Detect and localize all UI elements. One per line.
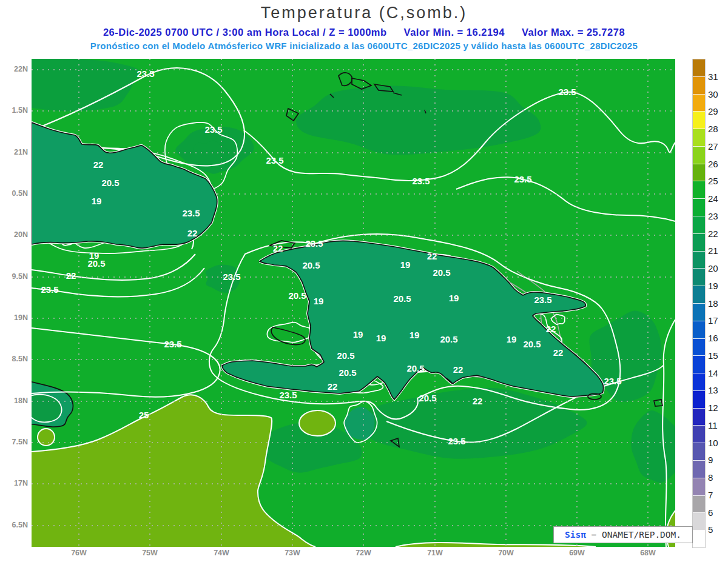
contour-label: 22 xyxy=(473,396,483,406)
colorbar-block xyxy=(693,461,705,478)
colorbar-block xyxy=(693,164,705,182)
colorbar-block xyxy=(693,373,705,391)
lon-label: 76W xyxy=(61,549,97,557)
colorbar-block xyxy=(693,426,705,443)
contour-label: 23.5 xyxy=(204,124,222,135)
colorbar-block xyxy=(693,409,705,426)
lat-label: 17N xyxy=(0,479,28,487)
contour-label: 22 xyxy=(66,270,76,281)
contour-label: 19 xyxy=(507,334,517,344)
colorbar-block xyxy=(693,129,705,147)
colorbar-number: 26 xyxy=(708,159,728,169)
contour-label: 22 xyxy=(453,364,463,375)
colorbar-block xyxy=(693,59,705,77)
contour-label: 23.5 xyxy=(604,376,621,386)
map-canvas: 23.523.523.523.523.523.52220.5191920.522… xyxy=(32,59,675,547)
lat-label: 1.5N xyxy=(0,106,28,115)
contour-label: 22 xyxy=(427,251,437,261)
colorbar-number: 16 xyxy=(708,333,728,343)
forecast-datetime-line: 26-Dic-2025 0700 UTC / 3:00 am Hora Loca… xyxy=(0,27,728,38)
lon-label: 69W xyxy=(559,549,595,557)
lat-label: 6.5N xyxy=(0,521,28,529)
lat-label: 22N xyxy=(0,65,28,73)
contour-label: 23.5 xyxy=(266,155,283,166)
contour-label: 20.5 xyxy=(288,290,306,301)
colorbar-block xyxy=(693,530,705,547)
colorbar-number: 20 xyxy=(708,263,728,273)
weather-map-screenshot: Temperatura (C,somb.) 26-Dic-2025 0700 U… xyxy=(0,0,728,562)
colorbar-block xyxy=(693,181,705,199)
colorbar-block xyxy=(693,234,705,252)
contour-label: 23.5 xyxy=(182,208,200,218)
lat-label: 7.5N xyxy=(0,438,28,446)
contour-label: 20.5 xyxy=(440,334,457,344)
colorbar-number: 30 xyxy=(708,89,728,99)
contour-label: 20.5 xyxy=(337,350,354,361)
colorbar-number: 9 xyxy=(708,455,728,465)
lon-label: 75W xyxy=(132,549,168,557)
contour-label: 23.5 xyxy=(41,284,58,295)
contour-label: 23.5 xyxy=(164,339,181,349)
lat-label: 19N xyxy=(0,313,28,322)
max-value-text: Valor Max. = 25.7278 xyxy=(522,27,625,38)
colorbar-number: 28 xyxy=(708,124,728,134)
colorbar-block xyxy=(693,513,705,530)
colorbar-block xyxy=(693,356,705,373)
lon-label: 73W xyxy=(274,549,311,557)
contour-label: 22 xyxy=(328,381,338,392)
contour-label: 22 xyxy=(553,347,564,358)
sispi-logo: Sisπ xyxy=(565,530,586,540)
lat-label: 21N xyxy=(0,148,28,156)
contour-label: 20.5 xyxy=(523,339,541,349)
colorbar-block xyxy=(693,216,705,234)
colorbar-block xyxy=(693,391,705,409)
colorbar-number: 19 xyxy=(708,281,728,291)
colorbar-number: 15 xyxy=(708,350,728,361)
temperature-colorbar xyxy=(692,59,706,548)
contour-label: 19 xyxy=(400,259,411,270)
colorbar-number: 29 xyxy=(708,106,728,116)
colorbar-block xyxy=(693,321,705,339)
lon-label: 70W xyxy=(488,549,524,557)
colorbar-number: 31 xyxy=(708,72,728,82)
contour-label: 20.5 xyxy=(339,367,356,378)
datetime-text: 26-Dic-2025 0700 UTC / 3:00 am Hora Loca… xyxy=(103,27,387,38)
colorbar-block xyxy=(693,147,705,164)
colorbar-block xyxy=(693,252,705,269)
colorbar-number: 22 xyxy=(708,229,728,239)
model-info-line: Pronóstico con el Modelo Atmósferico WRF… xyxy=(0,41,728,51)
contour-label: 23.5 xyxy=(412,176,430,186)
contour-label: 20.5 xyxy=(302,260,320,270)
page-title: Temperatura (C,somb.) xyxy=(0,4,728,22)
colorbar-number: 10 xyxy=(708,438,728,448)
contour-label: 20.5 xyxy=(406,363,424,373)
colorbar-number: 17 xyxy=(708,315,728,326)
contour-label: 22 xyxy=(546,324,556,334)
colorbar-block xyxy=(693,95,705,112)
contour-label: 22 xyxy=(187,228,198,238)
credit-text: − ONAMET/REP.DOM. xyxy=(586,530,681,540)
colorbar-block xyxy=(693,304,705,321)
contour-label: 23.5 xyxy=(558,87,576,97)
contour-label: 23.5 xyxy=(279,390,297,400)
colorbar-number: 23 xyxy=(708,211,728,221)
contour-label: 19 xyxy=(449,293,459,303)
lat-label: 0.5N xyxy=(0,189,28,198)
contour-label: 20.5 xyxy=(419,393,436,403)
contour-label: 23.5 xyxy=(136,69,154,79)
lat-label: 9.5N xyxy=(0,272,28,281)
contour-label: 19 xyxy=(376,333,386,343)
colorbar-block xyxy=(693,496,705,513)
temperature-contour-map: 23.523.523.523.523.523.52220.5191920.522… xyxy=(32,59,675,547)
colorbar-number: 6 xyxy=(708,507,728,518)
colorbar-block xyxy=(693,443,705,461)
lat-label: 18N xyxy=(0,396,28,405)
lon-label: 71W xyxy=(417,549,453,557)
lon-label: 72W xyxy=(345,549,382,557)
colorbar-number: 21 xyxy=(708,246,728,256)
colorbar-number: 5 xyxy=(708,524,728,535)
lat-label: 20N xyxy=(0,230,28,239)
contour-label: 23.5 xyxy=(223,272,240,282)
lon-label: 74W xyxy=(203,549,240,557)
lon-label: 68W xyxy=(630,549,666,557)
